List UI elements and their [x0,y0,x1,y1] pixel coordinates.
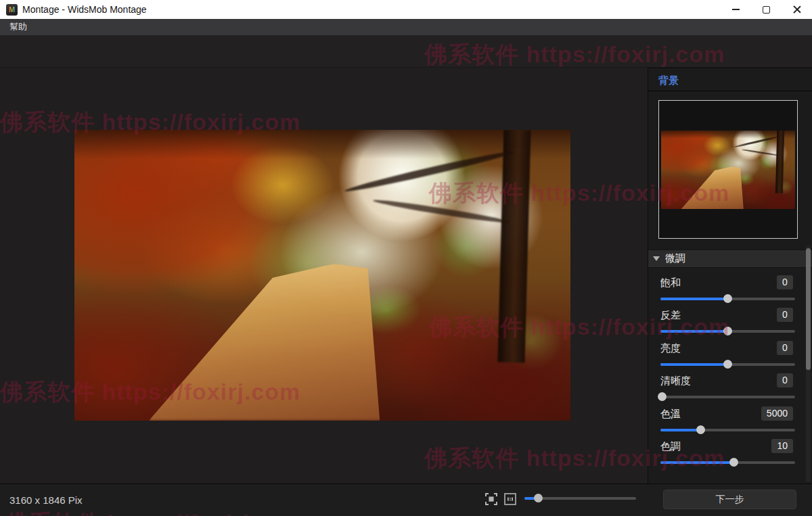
slider-label: 反差 [660,309,681,322]
slider-value-box[interactable]: 5000 [761,406,793,421]
close-icon [793,5,801,14]
slider-row: 反差 0 [648,309,812,342]
slider-value-box[interactable]: 0 [777,341,793,355]
app-icon: M [6,4,18,16]
minimize-button[interactable] [721,0,751,19]
menu-bar: 幫助 [0,19,812,35]
slider-row: 清晰度 0 [648,375,812,407]
slider-row: 色溫 5000 [648,408,812,440]
photo-tree-trunk [775,131,784,193]
slider-thumb[interactable] [723,327,732,335]
slider-value-box[interactable]: 0 [777,373,793,388]
window-controls [721,0,812,19]
maximize-icon [763,6,770,14]
slider-fill [660,363,728,366]
close-button[interactable] [782,0,812,19]
slider-fill [660,429,701,431]
slider-label: 飽和 [660,277,681,289]
slider-track[interactable] [660,396,795,398]
sidebar: 背景 微調 飽和 0 反差 0 亮度 0 [648,68,812,484]
sidebar-scrollbar-thumb[interactable] [806,248,811,370]
fit-to-screen-icon[interactable] [485,493,497,505]
slider-row: 色調 10 [648,440,812,473]
zoom-slider-track[interactable] [524,497,636,500]
finetune-section-header[interactable]: 微調 [648,250,812,268]
slider-thumb[interactable] [723,294,732,303]
canvas-area [0,68,647,484]
slider-value-box[interactable]: 0 [777,308,793,322]
slider-thumb[interactable] [729,458,738,467]
toolbar [0,35,812,68]
slider-label: 色調 [660,440,681,453]
slider-fill [660,298,728,300]
slider-track[interactable] [660,298,795,300]
menu-item-help[interactable]: 幫助 [0,21,37,33]
slider-value-box[interactable]: 0 [777,275,793,289]
slider-thumb[interactable] [723,360,732,369]
title-bar: M Montage - WidsMob Montage [0,0,812,19]
photo-path-shape [149,264,387,421]
actual-size-icon[interactable] [504,493,516,505]
photo-branch [344,148,514,195]
background-thumbnail[interactable] [658,100,798,239]
finetune-section-title: 微調 [665,252,685,265]
photo-tree-trunk [498,130,531,362]
slider-fill [660,461,734,464]
slider-label: 亮度 [660,342,681,355]
maximize-button[interactable] [751,0,782,19]
section-divider [648,91,812,91]
slider-label: 清晰度 [660,375,691,388]
photo-branch [734,135,780,148]
collapse-caret-icon [653,256,660,261]
photo-branch [742,149,779,156]
slider-track[interactable] [660,429,795,431]
slider-row: 飽和 0 [648,277,812,309]
slider-fill [660,330,728,333]
next-step-button[interactable]: 下一步 [663,490,796,509]
slider-value-box[interactable]: 10 [771,439,793,453]
slider-label: 色溫 [660,408,681,421]
status-bar: 3160 x 1846 Pix 下一步 [0,484,812,516]
window-title: Montage - WidsMob Montage [22,4,147,15]
minimize-icon [732,9,740,10]
slider-thumb[interactable] [658,392,667,401]
slider-row: 亮度 0 [648,342,812,375]
thumbnail-image [661,131,795,209]
image-dimensions: 3160 x 1846 Pix [9,484,83,516]
slider-track[interactable] [660,330,795,333]
background-photo[interactable] [74,130,570,421]
photo-branch [372,197,510,225]
photo-path-shape [681,166,746,209]
slider-thumb[interactable] [696,425,705,434]
thumbnail-photo [661,131,795,209]
slider-track[interactable] [660,461,795,464]
slider-track[interactable] [660,363,795,366]
background-section-title: 背景 [658,74,679,87]
